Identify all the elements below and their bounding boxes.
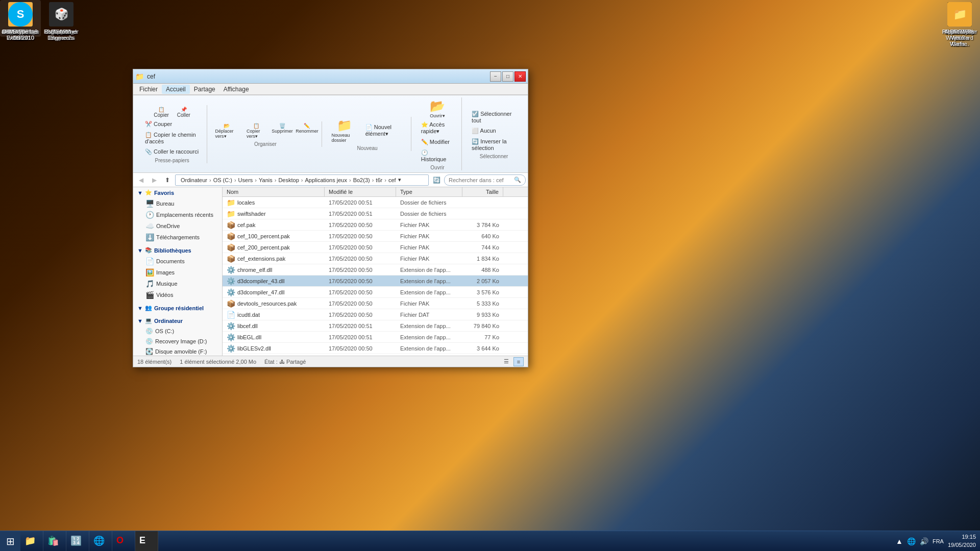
file-name: chrome_elf.dll (237, 267, 272, 273)
table-row[interactable]: ⚙️ libGLESv2.dll 17/05/2020 00:50 Extens… (223, 343, 528, 354)
tray-language[interactable]: FRA (933, 538, 944, 544)
taskbar-item-epic[interactable]: E (135, 531, 158, 551)
table-row[interactable]: ⚙️ d3dcompiler_47.dll 17/05/2020 00:50 E… (223, 287, 528, 298)
ribbon-btn-copy-path[interactable]: 📋 Copier le chemin d'accès (141, 130, 203, 146)
taskbar-calculator-icon: 🔢 (70, 535, 83, 547)
taskbar-item-chrome[interactable]: 🌐 (89, 531, 112, 551)
ribbon-btn-inverser[interactable]: 🔄 Inverser la sélection (468, 137, 520, 153)
col-header-date[interactable]: Modifié le (325, 187, 396, 196)
pak-icon: 📦 (227, 221, 235, 229)
ribbon-btn-copier[interactable]: 📋 Copier (150, 105, 172, 119)
view-details-button[interactable]: ≡ (513, 357, 524, 366)
ribbon-btn-couper[interactable]: ✂️ Couper (141, 119, 203, 129)
tray-network-icon[interactable]: 🌐 (907, 537, 916, 545)
ribbon-btn-nouveau-dossier[interactable]: 📁 Nouveau dossier (328, 117, 361, 144)
search-input[interactable] (449, 177, 512, 183)
sidebar-item-onedrive[interactable]: ☁️ OneDrive (133, 220, 222, 232)
taskbar-item-calculator[interactable]: 🔢 (66, 531, 89, 551)
taskbar-store-icon: 🛍️ (47, 535, 60, 547)
file-name: cef_100_percent.pak (237, 233, 290, 239)
sidebar-item-musique[interactable]: 🎵 Musique (133, 278, 222, 289)
dll-icon: ⚙️ (227, 277, 235, 285)
dll-icon: ⚙️ (227, 333, 235, 341)
table-row[interactable]: 📦 cef_extensions.pak 17/05/2020 00:50 Fi… (223, 253, 528, 264)
pak-icon: 📦 (227, 243, 235, 252)
view-list-button[interactable]: ☰ (501, 357, 511, 366)
tray-chevron-icon[interactable]: ▲ (896, 537, 903, 545)
tray-time-value: 19:15 (948, 533, 976, 541)
ribbon-btn-aucun[interactable]: ⬜ Aucun (468, 126, 520, 136)
sidebar-header-ordinateur[interactable]: ▼ 💻 Ordinateur (133, 315, 222, 326)
nav-up-button[interactable]: ⬆ (162, 174, 173, 186)
table-row[interactable]: ⚙️ chrome_elf.dll 17/05/2020 00:50 Exten… (223, 264, 528, 276)
table-row[interactable]: 📦 cef.pak 17/05/2020 00:50 Fichier PAK 3… (223, 219, 528, 231)
ribbon-btn-acces-rapide[interactable]: ⭐ Accès rapide▾ (418, 120, 457, 136)
file-name: libGLESv2.dll (237, 345, 271, 352)
sidebar-item-emplacements-recents[interactable]: 🕐 Emplacements récents (133, 209, 222, 220)
recent-icon: 🕐 (145, 211, 154, 219)
table-row[interactable]: 📦 cef_200_percent.pak 17/05/2020 00:50 F… (223, 242, 528, 253)
sidebar-item-amovible-f[interactable]: 💽 Disque amovible (F:) (133, 346, 222, 356)
table-row[interactable]: 📦 cef_100_percent.pak 17/05/2020 00:50 F… (223, 231, 528, 242)
group-icon: 👥 (145, 305, 152, 311)
address-path[interactable]: Ordinateur › OS (C:) › Users › Yanis › D… (175, 174, 429, 186)
tray-sound-icon[interactable]: 🔊 (920, 537, 928, 545)
ribbon-btn-ouvrir[interactable]: 📂 Ouvrir▾ (426, 97, 449, 120)
ordinateur-collapse-icon: ▼ (137, 318, 143, 324)
taskbar-item-opera[interactable]: O (112, 531, 135, 551)
menu-bar: Fichier Accueil Partage Affichage (133, 84, 528, 95)
ribbon-btn-paste-shortcut[interactable]: 📎 Coller le raccourci (141, 147, 203, 157)
table-row[interactable]: ⚙️ d3dcompiler_43.dll 17/05/2020 00:50 E… (223, 276, 528, 287)
nav-back-button[interactable]: ◀ (135, 174, 146, 186)
desktop-icon-skype[interactable]: S Skype (0, 0, 41, 37)
sidebar-header-favoris[interactable]: ▼ ⭐ Favoris (133, 187, 222, 198)
sidebar-item-documents[interactable]: 📄 Documents (133, 256, 222, 267)
tray-clock[interactable]: 19:15 19/05/2020 (948, 533, 976, 549)
maximize-button[interactable]: □ (502, 71, 513, 82)
desktop-icon-pla-toon[interactable]: 🎲 pla.toon (41, 0, 82, 37)
taskbar-item-file-explorer[interactable]: 📁 (20, 531, 43, 551)
col-header-nom[interactable]: Nom (223, 187, 325, 196)
taskbar-item-store[interactable]: 🛍️ (43, 531, 66, 551)
pak-icon: 📦 (227, 299, 235, 308)
ribbon-btn-copier-vers[interactable]: 📋 Copier vers▾ (243, 121, 270, 140)
menu-partage[interactable]: Partage (190, 85, 219, 94)
menu-affichage[interactable]: Affichage (219, 85, 253, 94)
search-icon: 🔍 (514, 177, 521, 183)
ribbon-btn-deplacer[interactable]: 📂 Déplacer vers▾ (212, 121, 242, 140)
sidebar-item-telechargements[interactable]: ⬇️ Téléchargements (133, 232, 222, 243)
ribbon-btn-modifier[interactable]: ✏️ Modifier (418, 137, 457, 147)
close-button[interactable]: ✕ (514, 71, 526, 82)
sidebar-item-images[interactable]: 🖼️ Images (133, 267, 222, 278)
col-header-taille[interactable]: Taille (462, 187, 503, 196)
menu-fichier[interactable]: Fichier (135, 85, 162, 94)
start-button[interactable]: ⊞ (0, 531, 20, 552)
minimize-button[interactable]: − (490, 71, 501, 82)
ribbon-btn-renommer[interactable]: ✏️ Renommer (295, 121, 319, 140)
ribbon-btn-historique[interactable]: 🕐 Historique (418, 148, 457, 164)
sidebar-item-recovery-d[interactable]: 💿 Recovery Image (D:) (133, 336, 222, 346)
desktop-icon-applications-jeux[interactable]: 📁 Applications jeux (939, 0, 980, 43)
sidebar-item-videos[interactable]: 🎬 Vidéos (133, 289, 222, 300)
sidebar-section-bibliotheques: ▼ 📚 Bibliothèques 📄 Documents 🖼️ Images … (133, 245, 222, 300)
table-row[interactable]: 📦 devtools_resources.pak 17/05/2020 00:5… (223, 298, 528, 309)
table-row[interactable]: 📁 locales 17/05/2020 00:51 Dossier de fi… (223, 197, 528, 208)
ribbon-btn-coller[interactable]: 📌 Coller (174, 105, 194, 119)
table-row[interactable]: ⚙️ libcef.dll 17/05/2020 00:51 Extension… (223, 320, 528, 332)
menu-accueil[interactable]: Accueil (162, 85, 190, 94)
nav-forward-button[interactable]: ▶ (149, 174, 160, 186)
nav-refresh-button[interactable]: 🔄 (431, 174, 442, 186)
sidebar-header-groupe[interactable]: ▼ 👥 Groupe résidentiel (133, 303, 222, 313)
table-row[interactable]: 📁 swiftshader 17/05/2020 00:51 Dossier d… (223, 208, 528, 219)
table-row[interactable]: ⚙️ libEGL.dll 17/05/2020 00:51 Extension… (223, 332, 528, 343)
table-row[interactable]: 📄 icudtl.dat 17/05/2020 00:50 Fichier DA… (223, 309, 528, 320)
ribbon-btn-supprimer[interactable]: 🗑️ Supprimer (271, 121, 293, 140)
sidebar-item-os-c[interactable]: 💿 OS (C:) (133, 326, 222, 336)
ribbon-content: 📋 Copier 📌 Coller ✂️ Couper 📋 Copier le … (133, 95, 528, 172)
ribbon-organize-buttons: 📂 Déplacer vers▾ 📋 Copier vers▾ 🗑️ Suppr… (212, 121, 320, 140)
col-header-type[interactable]: Type (396, 187, 462, 196)
sidebar-header-bibliotheques[interactable]: ▼ 📚 Bibliothèques (133, 245, 222, 256)
ribbon-btn-select-all[interactable]: ☑️ Sélectionner tout (468, 109, 520, 125)
sidebar-item-bureau[interactable]: 🖥️ Bureau (133, 198, 222, 209)
ribbon-btn-nouvel-element[interactable]: 📄 Nouvel élément▾ (362, 117, 407, 144)
